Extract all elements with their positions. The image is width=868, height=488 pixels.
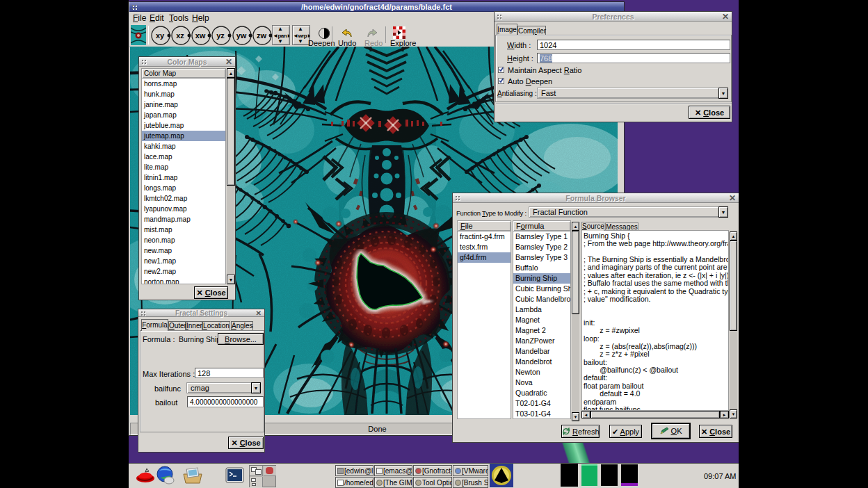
svg-text:yz: yz xyxy=(216,31,225,40)
svg-text:xw: xw xyxy=(195,31,206,40)
svg-text:zw: zw xyxy=(257,31,267,40)
svg-text:xy: xy xyxy=(156,31,165,40)
svg-text:xz: xz xyxy=(176,31,184,40)
svg-text:yw: yw xyxy=(236,31,247,40)
